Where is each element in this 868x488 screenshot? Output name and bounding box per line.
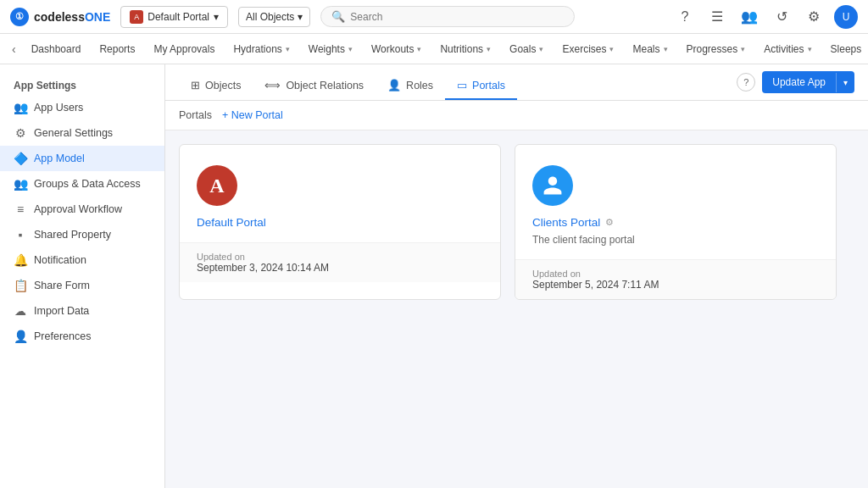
card-settings-icon[interactable]: ⚙ <box>605 217 614 228</box>
sidebar-item-preferences[interactable]: 👤 Preferences <box>0 324 164 349</box>
default-portal-button[interactable]: A Default Portal ▾ <box>120 6 228 28</box>
top-bar: ① codelessONE A Default Portal ▾ All Obj… <box>0 0 868 34</box>
main-content: ⊞ Objects ⟺ Object Relations 👤 Roles ▭ P… <box>165 64 868 488</box>
nav-item-sleeps[interactable]: Sleeps <box>822 38 868 60</box>
tab-label: Object Relations <box>286 80 364 92</box>
shared-icon: ▪ <box>14 228 27 241</box>
search-input[interactable] <box>350 11 564 23</box>
nav-item-approvals[interactable]: My Approvals <box>145 38 223 60</box>
card-title-default: Default Portal <box>197 216 483 229</box>
all-objects-button[interactable]: All Objects ▾ <box>238 7 310 27</box>
sidebar-item-shared-property[interactable]: ▪ Shared Property <box>0 222 164 247</box>
sidebar-section-title: App Settings <box>0 75 164 95</box>
nav-item-dashboard[interactable]: Dashboard <box>23 38 90 60</box>
nav-item-reports[interactable]: Reports <box>91 38 143 60</box>
sidebar-item-app-model[interactable]: 🔷 App Model <box>0 146 164 171</box>
sidebar-item-label: Groups & Data Access <box>34 178 141 190</box>
card-footer-clients: Updated on September 5, 2024 7:11 AM <box>515 259 836 299</box>
portal-card-default[interactable]: A Default Portal Updated on September 3,… <box>179 144 501 300</box>
card-body: Clients Portal ⚙ The client facing porta… <box>515 145 836 259</box>
sidebar-item-label: App Model <box>34 152 85 164</box>
portal-card-clients[interactable]: Clients Portal ⚙ The client facing porta… <box>515 144 837 300</box>
nav-item-nutritions[interactable]: Nutritions ▾ <box>431 38 499 60</box>
sidebar-item-label: General Settings <box>34 127 113 139</box>
nav-item-goals[interactable]: Goals ▾ <box>501 38 552 60</box>
tab-label: Portals <box>472 80 505 92</box>
sidebar-item-label: Preferences <box>34 330 91 342</box>
search-bar: 🔍 <box>320 6 575 27</box>
nav-left-arrow[interactable]: ‹ <box>7 37 21 61</box>
gear-icon: ⚙ <box>14 126 27 140</box>
sidebar-item-label: Approval Workflow <box>34 203 122 215</box>
sidebar-item-label: App Users <box>34 102 83 114</box>
update-btn-label: Update App <box>762 71 836 93</box>
nav-item-activities[interactable]: Activities ▾ <box>755 38 820 60</box>
sidebar-item-import-data[interactable]: ☁ Import Data <box>0 298 164 324</box>
portals-breadcrumb[interactable]: Portals <box>179 109 212 121</box>
relations-tab-icon: ⟺ <box>264 79 281 92</box>
top-bar-right: ? ☰ 👥 ↺ ⚙ U <box>673 5 858 29</box>
update-btn-chevron-icon[interactable]: ▾ <box>836 73 854 92</box>
settings-icon[interactable]: ⚙ <box>802 5 826 29</box>
layout: App Settings 👥 App Users ⚙ General Setti… <box>0 64 868 488</box>
new-portal-label: + New Portal <box>222 109 283 121</box>
sidebar-item-app-users[interactable]: 👥 App Users <box>0 95 164 120</box>
sidebar-item-label: Notification <box>34 254 86 266</box>
nav-item-meals[interactable]: Meals ▾ <box>624 38 676 60</box>
sidebar-item-groups-data-access[interactable]: 👥 Groups & Data Access <box>0 171 164 197</box>
sidebar-item-label: Share Form <box>34 280 90 291</box>
nav-bar: ‹ Dashboard Reports My Approvals Hydrati… <box>0 34 868 64</box>
card-desc-clients: The client facing portal <box>532 234 819 246</box>
sidebar-item-share-form[interactable]: 📋 Share Form <box>0 273 164 298</box>
card-updated-label: Updated on <box>532 269 819 279</box>
logo-icon: ① <box>10 8 29 26</box>
nav-item-hydrations[interactable]: Hydrations ▾ <box>225 38 298 60</box>
update-app-button[interactable]: Update App ▾ <box>762 71 854 93</box>
sidebar-item-notification[interactable]: 🔔 Notification <box>0 247 164 273</box>
help-icon[interactable]: ? <box>673 5 697 29</box>
card-updated-label: Updated on <box>197 252 483 262</box>
sidebar: App Settings 👥 App Users ⚙ General Setti… <box>0 64 165 488</box>
notification-icon: 🔔 <box>14 253 27 267</box>
info-icon[interactable]: ? <box>737 73 755 92</box>
appmodel-icon: 🔷 <box>14 152 27 165</box>
list-icon[interactable]: ☰ <box>705 5 729 29</box>
form-icon: 📋 <box>14 279 27 292</box>
import-icon: ☁ <box>14 304 27 318</box>
sidebar-item-label: Shared Property <box>34 229 111 241</box>
nav-item-progresses[interactable]: Progresses ▾ <box>678 38 754 60</box>
tab-label: Objects <box>205 80 241 92</box>
card-updated-date: September 3, 2024 10:14 AM <box>197 262 483 274</box>
sidebar-item-approval-workflow[interactable]: ≡ Approval Workflow <box>0 197 164 222</box>
all-objects-chevron-icon: ▾ <box>298 11 303 23</box>
tabs: ⊞ Objects ⟺ Object Relations 👤 Roles ▭ P… <box>179 72 517 99</box>
card-body: A Default Portal <box>180 145 500 242</box>
people-icon[interactable]: 👥 <box>737 5 761 29</box>
card-icon-default: A <box>197 165 237 206</box>
groups-icon: 👥 <box>14 177 27 191</box>
tab-objects[interactable]: ⊞ Objects <box>179 72 253 100</box>
tab-roles[interactable]: 👤 Roles <box>376 72 445 100</box>
card-footer-default: Updated on September 3, 2024 10:14 AM <box>180 242 500 282</box>
card-icon-clients <box>532 165 573 206</box>
main-header: ⊞ Objects ⟺ Object Relations 👤 Roles ▭ P… <box>165 64 868 101</box>
new-portal-button[interactable]: + New Portal <box>222 109 283 121</box>
all-objects-label: All Objects <box>246 11 294 23</box>
nav-item-workouts[interactable]: Workouts ▾ <box>363 38 430 60</box>
portal-icon: A <box>130 10 143 24</box>
nav-item-weights[interactable]: Weights ▾ <box>300 38 361 60</box>
sidebar-item-general-settings[interactable]: ⚙ General Settings <box>0 120 164 146</box>
tab-object-relations[interactable]: ⟺ Object Relations <box>253 72 376 100</box>
pref-icon: 👤 <box>14 330 27 343</box>
tab-portals[interactable]: ▭ Portals <box>445 72 517 100</box>
workflow-icon: ≡ <box>14 202 27 216</box>
objects-tab-icon: ⊞ <box>191 79 200 92</box>
nav-item-exercises[interactable]: Exercises ▾ <box>554 38 622 60</box>
avatar[interactable]: U <box>834 5 858 29</box>
card-title-clients: Clients Portal ⚙ <box>532 216 819 229</box>
sidebar-item-label: Import Data <box>34 305 89 317</box>
card-updated-date: September 5, 2024 7:11 AM <box>532 279 819 291</box>
history-icon[interactable]: ↺ <box>770 5 793 29</box>
header-right: ? Update App ▾ <box>737 71 854 100</box>
search-icon: 🔍 <box>331 10 345 23</box>
